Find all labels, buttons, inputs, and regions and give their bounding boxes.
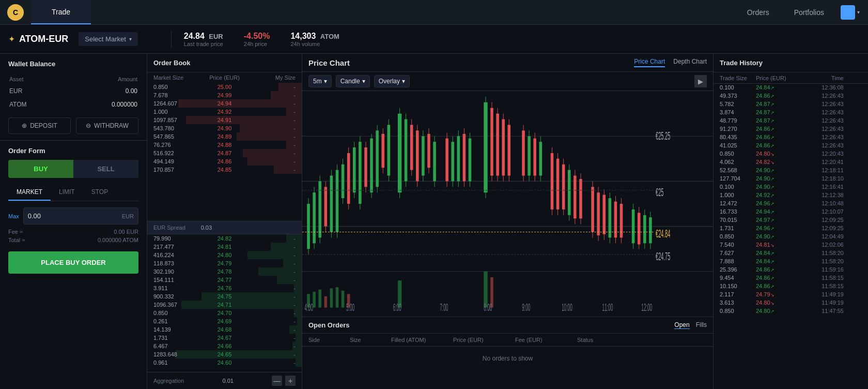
plus-icon: ⊕ — [22, 122, 27, 129]
candle-select[interactable]: Candle ▾ — [336, 75, 370, 87]
depth-chart-tab[interactable]: Depth Chart — [673, 58, 707, 67]
ob-bid-row[interactable]: 79.990 24.82 - — [147, 234, 302, 243]
ob-bid-row[interactable]: 1283.648 24.65 - — [147, 350, 302, 358]
wallet-row-eur: EUR 0.00 — [9, 84, 137, 98]
ob-bid-row[interactable]: 14.139 24.68 - — [147, 325, 302, 334]
ob-bid-row[interactable]: 416.224 24.80 - — [147, 251, 302, 259]
ticker-change: -4.50% 24h price — [244, 32, 270, 47]
wallet-title: Wallet Balance — [8, 60, 138, 68]
svg-text:€24.84: €24.84 — [656, 228, 670, 241]
oo-col-headers: Side Size Filled (ATOM) Price (EUR) Fee … — [302, 334, 713, 347]
wallet-row-atom: ATOM 0.000000 — [9, 98, 137, 111]
ob-bid-row[interactable]: 0.961 24.60 - — [147, 358, 302, 367]
trade-row: 0.850 24.90↗ 12:04:49 — [714, 232, 868, 241]
trade-row: 0.100 24.84↗ 12:36:08 — [714, 83, 868, 92]
ob-bid-row[interactable]: 6.467 24.66 - — [147, 342, 302, 350]
chart-header: Price Chart Price Chart Depth Chart — [302, 54, 713, 72]
ob-ask-row[interactable]: 1.000 24.92 - — [147, 108, 302, 116]
nav-right: Orders Portfolios ▾ — [735, 5, 868, 20]
svg-text:6:00: 6:00 — [393, 302, 401, 313]
avatar-dropdown[interactable]: ▾ — [857, 9, 860, 15]
deposit-button[interactable]: ⊕ DEPOSIT — [8, 117, 71, 134]
ob-ask-row[interactable]: 1264.607 24.94 - — [147, 99, 302, 108]
ob-bid-row[interactable]: 0.850 24.70 - — [147, 309, 302, 317]
th-col-headers: Trade Size Price (EUR) Time — [714, 73, 868, 84]
buy-tab[interactable]: BUY — [8, 160, 73, 178]
ob-bid-row[interactable]: 3.911 24.76 - — [147, 284, 302, 292]
nav-portfolios[interactable]: Portfolios — [782, 5, 836, 20]
chart-title: Price Chart — [308, 58, 634, 67]
ob-ask-row[interactable]: 1097.857 24.91 - — [147, 116, 302, 124]
svg-text:7:00: 7:00 — [440, 302, 448, 313]
svg-rect-111 — [324, 296, 328, 308]
svg-text:9:00: 9:00 — [522, 302, 530, 313]
ob-ask-row[interactable]: 494.149 24.86 - — [147, 157, 302, 166]
wallet-header-row: Asset Amount — [9, 74, 137, 84]
select-market-button[interactable]: Select Market ▾ — [79, 32, 137, 46]
th-header: Trade History — [714, 54, 868, 72]
top-nav: C Trade Orders Portfolios ▾ — [0, 0, 868, 25]
amount-row: Max 0.00 EUR — [8, 207, 138, 225]
ob-ask-row[interactable]: 547.865 24.89 - — [147, 132, 302, 141]
trade-row: 3.613 24.80↘ 11:49:19 — [714, 298, 868, 307]
sell-tab[interactable]: SELL — [73, 160, 138, 178]
withdraw-button[interactable]: ⊖ WITHDRAW — [76, 117, 138, 134]
trade-row: 127.704 24.90↗ 12:18:10 — [714, 174, 868, 183]
trade-row: 12.472 24.96↗ 12:10:48 — [714, 199, 868, 207]
ob-ask-row[interactable]: 76.276 24.88 - — [147, 141, 302, 149]
oo-empty: No orders to show — [302, 347, 713, 370]
trade-row: 25.396 24.86↗ 11:59:16 — [714, 265, 868, 274]
order-book: Order Book Market Size Price (EUR) My Si… — [147, 54, 302, 389]
ob-ask-row[interactable]: 7.678 24.99 - — [147, 91, 302, 99]
market-tab[interactable]: MARKET — [8, 184, 51, 201]
ob-bid-row[interactable]: 1096.367 24.71 - — [147, 301, 302, 309]
agg-minus-button[interactable]: — — [272, 376, 282, 386]
left-panel: Wallet Balance Asset Amount EUR 0.00 ATO… — [0, 54, 147, 389]
max-link[interactable]: Max — [8, 213, 19, 219]
svg-rect-114 — [342, 291, 345, 308]
overlay-select[interactable]: Overlay ▾ — [374, 75, 410, 87]
logo[interactable]: C — [0, 0, 31, 24]
interval-select[interactable]: 5m ▾ — [308, 75, 332, 87]
ob-bid-row[interactable]: 0.261 24.69 - — [147, 317, 302, 325]
svg-rect-112 — [330, 289, 333, 308]
ticker-divider-1 — [171, 31, 172, 48]
ob-ask-row[interactable]: 170.857 24.85 - — [147, 166, 302, 174]
nav-tab-trade[interactable]: Trade — [31, 0, 91, 24]
avatar[interactable] — [841, 5, 855, 20]
price-chart-canvas: €25.25 €25 €24.84 €24.75 4:00 5:00 6:00 … — [302, 91, 713, 317]
ob-ask-row[interactable]: 543.780 24.90 - — [147, 124, 302, 132]
place-order-button[interactable]: PLACE BUY ORDER — [8, 251, 138, 274]
svg-rect-109 — [313, 292, 316, 308]
ob-bid-row[interactable]: 217.477 24.81 - — [147, 243, 302, 251]
ob-bid-row[interactable]: 900.332 24.75 - — [147, 292, 302, 301]
agg-plus-button[interactable]: + — [285, 376, 296, 386]
svg-rect-113 — [336, 287, 339, 307]
oo-tabs: Open Fills — [674, 321, 707, 329]
minus-icon: ⊖ — [86, 122, 91, 129]
limit-tab[interactable]: LIMIT — [51, 184, 83, 201]
svg-text:12:00: 12:00 — [641, 302, 652, 313]
amount-input[interactable]: 0.00 EUR — [23, 207, 138, 225]
trade-row: 48.779 24.87↗ 12:26:43 — [714, 116, 868, 125]
price-chart-tab[interactable]: Price Chart — [634, 58, 665, 67]
ob-bid-row[interactable]: 154.111 24.77 - — [147, 276, 302, 284]
buy-sell-tabs: BUY SELL — [8, 160, 138, 178]
oo-open-tab[interactable]: Open — [674, 321, 689, 329]
chart-controls: 5m ▾ Candle ▾ Overlay ▾ ▶ — [302, 72, 713, 91]
play-button[interactable]: ▶ — [694, 75, 707, 87]
ob-ask-row[interactable]: 516.922 24.87 - — [147, 149, 302, 157]
ob-bid-row[interactable]: 118.873 24.79 - — [147, 259, 302, 267]
stop-tab[interactable]: STOP — [83, 184, 116, 201]
center-panel: Price Chart Price Chart Depth Chart 5m ▾… — [302, 54, 713, 389]
ob-bid-row[interactable]: 1.731 24.67 - — [147, 334, 302, 342]
total-row: Total ≈ 0.000000 ATOM — [8, 237, 138, 243]
nav-orders[interactable]: Orders — [735, 5, 782, 20]
ob-ask-row[interactable]: 0.850 25.00 - — [147, 83, 302, 91]
oo-header: Open Orders Open Fills — [302, 317, 713, 334]
wallet-actions: ⊕ DEPOSIT ⊖ WITHDRAW — [8, 117, 138, 134]
trade-row: 9.454 24.86↗ 11:58:15 — [714, 274, 868, 282]
ob-bid-row[interactable]: 302.190 24.78 - — [147, 267, 302, 276]
oo-fills-tab[interactable]: Fills — [696, 321, 707, 329]
trade-row: 4.062 24.82↘ 12:20:41 — [714, 158, 868, 166]
